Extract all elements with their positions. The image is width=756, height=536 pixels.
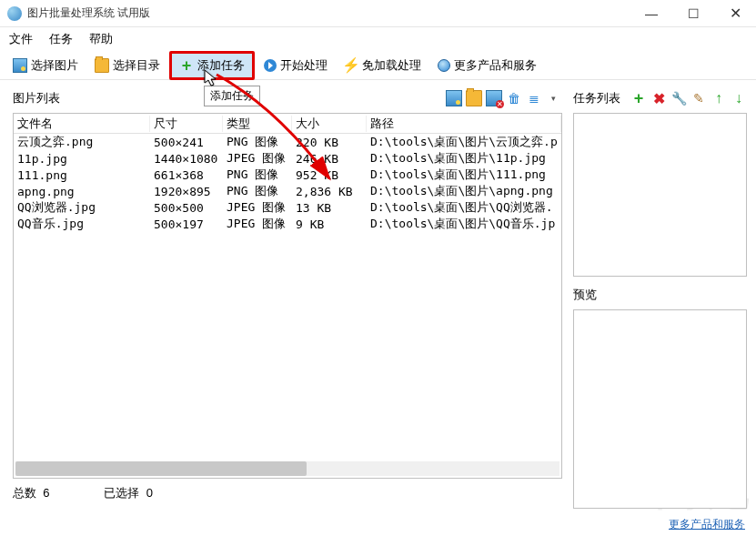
no-load-process-button[interactable]: ⚡ 免加载处理 [337, 54, 428, 77]
preview-box [573, 309, 747, 509]
remove-image-icon[interactable] [486, 90, 502, 106]
menubar: 文件 任务 帮助 [0, 27, 756, 51]
menu-task[interactable]: 任务 [49, 31, 73, 47]
col-dim[interactable]: 尺寸 [150, 116, 223, 132]
titlebar: 图片批量处理系统 试用版 — ☐ ✕ [0, 0, 756, 27]
bolt-icon: ⚡ [344, 58, 358, 73]
table-row[interactable]: 云顶之弈.png500×241PNG 图像220 KBD:\tools\桌面\图… [14, 134, 561, 150]
start-process-button[interactable]: 开始处理 [257, 54, 335, 77]
window-title: 图片批量处理系统 试用版 [27, 5, 630, 21]
col-path[interactable]: 路径 [367, 116, 561, 132]
folder-icon [95, 58, 109, 73]
table-row[interactable]: 111.png661×368PNG 图像952 KBD:\tools\桌面\图片… [14, 167, 561, 183]
maximize-button[interactable]: ☐ [672, 0, 714, 26]
col-name[interactable]: 文件名 [14, 116, 150, 132]
image-list-toolbar: 🗑 ≣ ▾ [446, 90, 562, 106]
task-clear-icon[interactable]: ✎ [690, 90, 707, 106]
preview-title: 预览 [573, 287, 597, 303]
task-list-toolbar: + ✖ 🔧 ✎ ↑ ↓ [630, 90, 747, 106]
task-list-title: 任务列表 [573, 90, 620, 106]
add-task-button[interactable]: + 添加任务 [169, 51, 255, 80]
list-view-icon[interactable]: ≣ [526, 90, 542, 106]
play-icon [264, 59, 277, 72]
col-size[interactable]: 大小 [292, 116, 367, 132]
task-remove-icon[interactable]: ✖ [650, 90, 667, 106]
horizontal-scrollbar[interactable] [15, 461, 559, 476]
select-image-button[interactable]: 选择图片 [5, 54, 86, 77]
select-folder-button[interactable]: 选择目录 [87, 54, 167, 77]
menu-help[interactable]: 帮助 [89, 31, 113, 47]
dropdown-icon[interactable]: ▾ [546, 90, 562, 106]
image-icon [13, 58, 27, 73]
table-row[interactable]: 11p.jpg1440×1080JPEG 图像246 KBD:\tools\桌面… [14, 150, 561, 167]
table-row[interactable]: QQ浏览器.jpg500×500JPEG 图像13 KBD:\tools\桌面\… [14, 199, 561, 216]
left-panel: 添加任务 图片列表 🗑 ≣ ▾ 文件名 尺寸 类型 大小 路径 云顶之弈.png… [0, 80, 570, 514]
minimize-button[interactable]: — [630, 0, 672, 26]
main-toolbar: 选择图片 选择目录 + 添加任务 开始处理 ⚡ 免加载处理 更多产品和服务 [0, 51, 756, 80]
task-add-icon[interactable]: + [630, 90, 647, 106]
table-row[interactable]: QQ音乐.jpg500×197JPEG 图像9 KBD:\tools\桌面\图片… [14, 216, 561, 232]
task-down-icon[interactable]: ↓ [731, 90, 747, 106]
menu-file[interactable]: 文件 [9, 31, 33, 47]
globe-icon [438, 59, 450, 72]
scroll-thumb[interactable] [15, 461, 307, 476]
table-row[interactable]: apng.png1920×895PNG 图像2,836 KBD:\tools\桌… [14, 183, 561, 199]
right-panel: 任务列表 + ✖ 🔧 ✎ ↑ ↓ 预览 [570, 80, 756, 514]
footer-link[interactable]: 更多产品和服务 [669, 517, 745, 532]
trash-icon[interactable]: 🗑 [506, 90, 522, 106]
task-up-icon[interactable]: ↑ [711, 90, 727, 106]
status-line: 总数 6 已选择 0 [13, 484, 562, 502]
tooltip-add-task: 添加任务 [204, 86, 260, 106]
file-table[interactable]: 文件名 尺寸 类型 大小 路径 云顶之弈.png500×241PNG 图像220… [13, 113, 562, 479]
table-header: 文件名 尺寸 类型 大小 路径 [14, 114, 561, 134]
add-image-icon[interactable] [446, 90, 462, 106]
col-type[interactable]: 类型 [223, 116, 292, 132]
app-icon [7, 6, 22, 21]
image-list-title: 图片列表 [13, 90, 60, 106]
plus-icon: + [179, 58, 194, 73]
task-list-box[interactable] [573, 113, 747, 277]
add-folder-icon[interactable] [466, 90, 482, 106]
close-button[interactable]: ✕ [714, 0, 756, 26]
more-products-button[interactable]: 更多产品和服务 [430, 54, 544, 77]
task-settings-icon[interactable]: 🔧 [670, 90, 687, 106]
